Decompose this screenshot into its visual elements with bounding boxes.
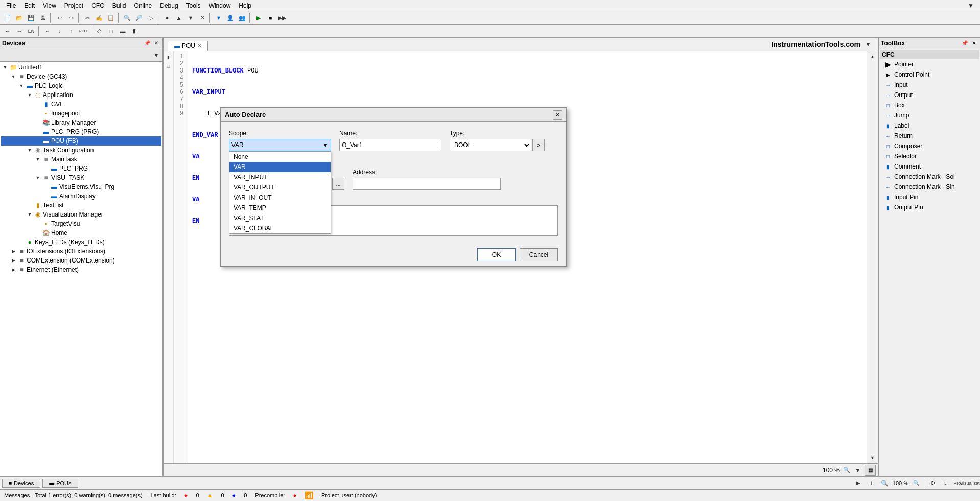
scope-option-var-global[interactable]: VAR_GLOBAL <box>229 223 331 233</box>
new-button[interactable]: 📄 <box>2 12 13 23</box>
prev-bookmark-button[interactable]: ▲ <box>173 12 184 23</box>
menu-build[interactable]: Build <box>108 1 130 10</box>
toolbox-pin-icon[interactable]: 📌 <box>961 39 969 47</box>
tb2-rld[interactable]: RLD <box>77 26 88 37</box>
copy-button[interactable]: ✍ <box>94 12 105 23</box>
tree-item-vis-manager[interactable]: ▼ ◉ Visualization Manager <box>1 210 161 219</box>
tree-item-plclogic[interactable]: ▼ ▬ PLC Logic <box>1 81 161 90</box>
bottom-tab-devices[interactable]: ■ Devices <box>2 479 40 488</box>
tree-item-pou-fb[interactable]: ▬ POU (FB) <box>1 136 161 146</box>
expand-icon-collapsed[interactable]: ▶ <box>9 247 17 255</box>
tool-pointer[interactable]: ▶ Pointer <box>880 59 979 69</box>
cancel-button[interactable]: Cancel <box>520 248 558 261</box>
menu-debug[interactable]: Debug <box>156 1 182 10</box>
tree-item-untitled1[interactable]: ▼ 📁 Untitled1 <box>1 63 161 72</box>
bottom-tab-pous[interactable]: ▬ POUs <box>42 479 78 488</box>
type-select[interactable]: BOOL <box>450 139 531 151</box>
menu-project[interactable]: Project <box>60 1 87 10</box>
compile-button[interactable]: ▼ <box>213 12 224 23</box>
tool-box[interactable]: □ Box <box>880 100 979 110</box>
tool-comment[interactable]: ▮ Comment <box>880 161 979 172</box>
view-tab-vis-btn[interactable]: Visualizati... <box>967 478 978 489</box>
replace-button[interactable]: 🔎 <box>133 12 145 23</box>
menu-view[interactable]: View <box>39 1 60 10</box>
tree-item-gvl[interactable]: ▮ GVL <box>1 100 161 109</box>
cut-button[interactable]: ✂ <box>82 12 93 23</box>
zoom-btn[interactable]: 🔍 <box>842 466 851 475</box>
tb2-9[interactable]: ▮ <box>129 26 140 37</box>
tb2-3[interactable]: ← <box>42 26 53 37</box>
expand-icon[interactable]: ▼ <box>26 146 34 154</box>
name-input[interactable] <box>339 139 441 151</box>
tb2-1[interactable]: ← <box>2 26 13 37</box>
tree-item-task-config[interactable]: ▼ ◉ Task Configuration <box>1 146 161 155</box>
tree-item-device[interactable]: ▼ ■ Device (GC43) <box>1 72 161 81</box>
tb2-6[interactable]: ◇ <box>94 26 105 37</box>
undo-button[interactable]: ↩ <box>54 12 65 23</box>
tree-item-com-ext[interactable]: ▶ ■ COMExtension (COMExtension) <box>1 256 161 265</box>
expand-icon[interactable]: ▼ <box>26 91 34 99</box>
tool-composer[interactable]: □ Composer <box>880 141 979 151</box>
expand-icon[interactable]: ▼ <box>17 82 26 90</box>
tool-conn-mark-sol[interactable]: → Connection Mark - Sol <box>880 172 979 182</box>
expand-icon[interactable]: ▼ <box>34 155 42 163</box>
expand-icon[interactable]: ▼ <box>26 210 34 219</box>
dialog-close-button[interactable]: ✕ <box>553 110 562 120</box>
tab-close-icon[interactable]: ✕ <box>197 43 201 49</box>
open-button[interactable]: 📂 <box>14 12 25 23</box>
menu-file[interactable]: File <box>2 1 20 10</box>
clear-bookmarks-button[interactable]: ✕ <box>197 12 208 23</box>
expand-icon[interactable]: ▼ <box>1 63 9 71</box>
tree-item-ethernet[interactable]: ▶ ■ Ethernet (Ethernet) <box>1 265 161 274</box>
expand-icon[interactable]: ▼ <box>34 174 42 182</box>
tb2-8[interactable]: ▬ <box>117 26 128 37</box>
toolbox-close-icon[interactable]: ✕ <box>970 39 978 47</box>
tree-item-application[interactable]: ▼ ◌ Application <box>1 90 161 100</box>
scope-option-var-in-out[interactable]: VAR_IN_OUT <box>229 193 331 203</box>
tool-selector[interactable]: □ Selector <box>880 151 979 161</box>
tb2-en[interactable]: EN <box>26 26 37 37</box>
address-input[interactable] <box>353 178 501 190</box>
tree-item-textlist[interactable]: ▮ TextList <box>1 201 161 210</box>
header-dropdown-btn[interactable]: ▼ <box>862 39 874 50</box>
tree-item-main-task[interactable]: ▼ ■ MainTask <box>1 155 161 164</box>
settings-btn[interactable]: ⚙ <box>927 478 938 489</box>
tool-input-pin[interactable]: ▮ Input Pin <box>880 192 979 202</box>
bottom-pointer-btn[interactable]: ▶ <box>853 478 864 489</box>
reset-button[interactable]: ▶▶ <box>276 12 288 23</box>
ok-button[interactable]: OK <box>477 248 516 261</box>
save-button[interactable]: 💾 <box>26 12 37 23</box>
stop-button[interactable]: ■ <box>265 12 276 23</box>
code-sidebar-btn2[interactable]: □ <box>165 62 173 70</box>
tool-jump[interactable]: → Jump <box>880 110 979 121</box>
expand-icon-collapsed[interactable]: ▶ <box>9 256 17 265</box>
auto-declare-dialog[interactable]: Auto Declare ✕ Scope: VAR ▼ None <box>220 107 567 267</box>
scope-option-none[interactable]: None <box>229 152 331 162</box>
tb2-5[interactable]: ↑ <box>65 26 77 37</box>
bottom-zoom-reset-btn[interactable]: 🔍 <box>911 478 922 489</box>
tree-item-plcprg[interactable]: ▬ PLC_PRG (PRG) <box>1 127 161 136</box>
tree-item-home[interactable]: 🏠 Home <box>1 228 161 237</box>
init-browse-btn[interactable]: ... <box>332 178 344 190</box>
tree-item-target-visu[interactable]: ▪ TargetVisu <box>1 219 161 228</box>
devices-dropdown-btn[interactable]: ▼ <box>151 50 161 60</box>
tree-item-imagepool[interactable]: ▪ Imagepool <box>1 109 161 118</box>
zoom-down-btn[interactable]: ▼ <box>853 466 862 475</box>
tool-input[interactable]: → Input <box>880 80 979 90</box>
scope-option-var-input[interactable]: VAR_INPUT <box>229 172 331 182</box>
tool-conn-mark-sin[interactable]: ← Connection Mark - Sin <box>880 182 979 192</box>
tb2-7[interactable]: □ <box>105 26 116 37</box>
tree-item-visuelems[interactable]: ▬ VisuElems.Visu_Prg <box>1 182 161 192</box>
bookmark-button[interactable]: ● <box>161 12 173 23</box>
menu-tools[interactable]: Tools <box>182 1 205 10</box>
tool-control-point[interactable]: ▶ Control Point <box>880 69 979 80</box>
scope-select[interactable]: VAR ▼ <box>229 139 331 151</box>
scroll-bottom-btn[interactable]: ▼ <box>868 453 877 462</box>
tool-output-pin[interactable]: ▮ Output Pin <box>880 202 979 212</box>
redo-button[interactable]: ↪ <box>65 12 77 23</box>
tree-item-keys-leds[interactable]: ● Keys_LEDs (Keys_LEDs) <box>1 237 161 247</box>
bottom-zoom-in-btn[interactable]: + <box>866 478 877 489</box>
tool-output[interactable]: → Output <box>880 90 979 100</box>
menu-cfc[interactable]: CFC <box>87 1 108 10</box>
logout-button[interactable]: 👥 <box>237 12 248 23</box>
